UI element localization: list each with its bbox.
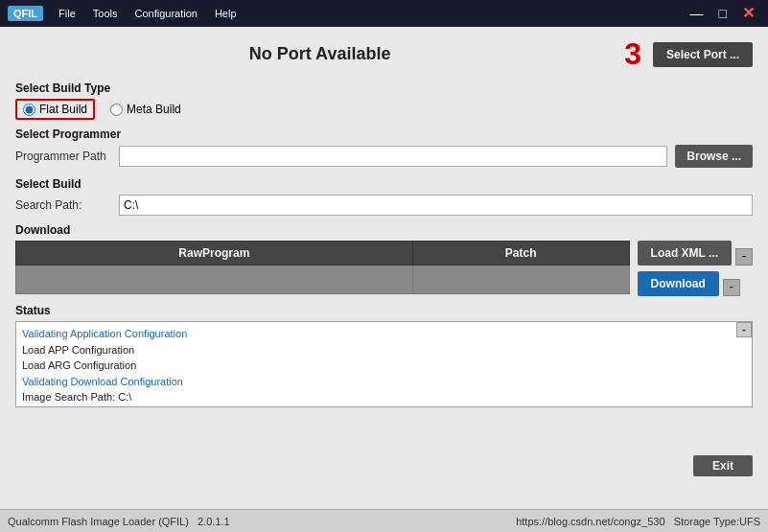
browse-button[interactable]: Browse ... [675, 145, 753, 168]
status-line-0: Validating Application Configuration [22, 326, 746, 342]
status-line-5: Process Index:0 [22, 405, 746, 408]
raw-program-header: RawProgram [16, 242, 413, 266]
footer-bar: Qualcomm Flash Image Loader (QFIL) 2.0.1… [0, 509, 768, 532]
status-minus-button[interactable]: - [736, 322, 752, 337]
programmer-row: Programmer Path Browse ... [15, 145, 753, 168]
download-button[interactable]: Download [638, 271, 719, 296]
patch-header: Patch [412, 242, 629, 266]
title-bar: QFIL File Tools Configuration Help — □ ✕ [0, 0, 768, 27]
download-table: RawProgram Patch [15, 241, 630, 294]
status-line-4: Image Search Path: C:\ [22, 389, 746, 405]
download-table-area: RawProgram Patch [15, 241, 630, 294]
header-row: No Port Available 3 Select Port ... [15, 36, 753, 72]
download-minus-1[interactable]: - [735, 248, 753, 266]
search-path-input[interactable] [119, 195, 753, 216]
select-port-button[interactable]: Select Port ... [653, 42, 753, 67]
download-section: Download RawProgram Patch [15, 223, 753, 296]
main-content: No Port Available 3 Select Port ... Sele… [0, 27, 768, 509]
flat-build-label[interactable]: Flat Build [39, 103, 87, 116]
build-type-row: Flat Build Meta Build [15, 99, 753, 120]
download-row-1 [16, 266, 630, 294]
meta-build-label[interactable]: Meta Build [127, 103, 181, 116]
download-table-container: RawProgram Patch Load XML ... - [15, 241, 753, 296]
load-xml-button[interactable]: Load XML ... [638, 241, 732, 266]
port-count: 3 [624, 36, 641, 72]
maximize-button[interactable]: □ [713, 4, 733, 23]
menu-tools[interactable]: Tools [85, 6, 126, 21]
status-label: Status [15, 304, 753, 317]
window-controls: — □ ✕ [685, 4, 760, 23]
exit-button[interactable]: Exit [693, 455, 753, 476]
flat-build-option[interactable]: Flat Build [15, 99, 95, 120]
status-section: Status - Validating Application Configur… [15, 304, 753, 407]
download-minus-2[interactable]: - [723, 279, 740, 296]
status-line-1: Load APP Configuration [22, 342, 746, 359]
menu-help[interactable]: Help [207, 6, 244, 21]
port-status-title: No Port Available [249, 44, 391, 63]
close-button[interactable]: ✕ [736, 4, 760, 23]
download-buttons: Load XML ... - Download - [638, 241, 753, 296]
programmer-label: Select Programmer [15, 127, 753, 141]
menu-file[interactable]: File [51, 6, 83, 21]
status-box: - Validating Application Configuration L… [15, 321, 753, 407]
select-build-label: Select Build [15, 177, 753, 191]
programmer-path-label: Programmer Path [15, 150, 111, 163]
raw-program-cell-1 [16, 266, 413, 294]
minimize-button[interactable]: — [685, 4, 710, 23]
flat-build-radio[interactable] [23, 104, 35, 116]
menu-bar: File Tools Configuration Help [51, 6, 244, 21]
meta-build-radio[interactable] [110, 104, 123, 116]
download-label: Download [15, 223, 753, 237]
search-path-label: Search Path: [15, 198, 111, 212]
programmer-path-input[interactable] [119, 146, 667, 167]
menu-configuration[interactable]: Configuration [127, 6, 204, 21]
status-line-2: Load ARG Configuration [22, 358, 746, 374]
build-type-label: Select Build Type [15, 81, 753, 95]
patch-cell-1 [412, 266, 629, 294]
meta-build-option[interactable]: Meta Build [110, 103, 181, 116]
app-name: Qualcomm Flash Image Loader (QFIL) 2.0.1… [8, 516, 230, 527]
status-line-3: Validating Download Configuration [22, 374, 746, 390]
app-logo: QFIL [8, 6, 43, 21]
footer-url: https://blog.csdn.net/congz_530 Storage … [516, 516, 760, 527]
build-row: Search Path: [15, 195, 753, 216]
